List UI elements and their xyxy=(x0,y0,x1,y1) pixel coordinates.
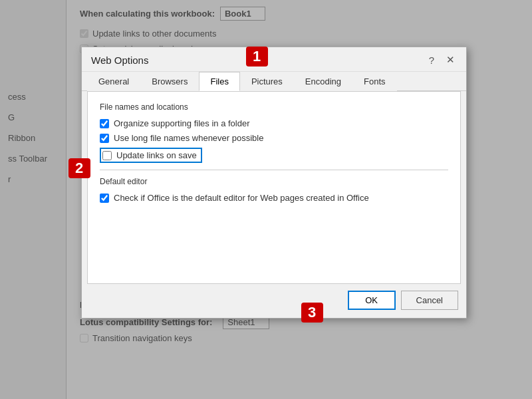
checkbox-organize: Organize supporting files in a folder xyxy=(100,118,448,128)
checkbox-update-links: Update links on save xyxy=(100,148,448,163)
dialog-title: Web Options xyxy=(91,55,148,66)
tab-files[interactable]: Files xyxy=(199,72,239,91)
web-options-dialog: Web Options ? ✕ General Browsers Files P… xyxy=(81,47,467,319)
close-button[interactable]: ✕ xyxy=(443,53,458,67)
dialog-titlebar: Web Options ? ✕ xyxy=(82,47,466,72)
checkbox-long-names: Use long file names whenever possible xyxy=(100,133,448,143)
tab-encoding[interactable]: Encoding xyxy=(294,72,352,91)
checkbox-default-editor: Check if Office is the default editor fo… xyxy=(100,193,448,203)
update-links-checkbox[interactable] xyxy=(102,151,112,160)
dialog-body: File names and locations Organize suppor… xyxy=(87,91,461,284)
update-links-highlighted: Update links on save xyxy=(100,148,202,163)
default-editor-checkbox[interactable] xyxy=(100,194,109,203)
section1-label: File names and locations xyxy=(100,102,448,112)
ok-button[interactable]: OK xyxy=(348,291,396,310)
long-names-checkbox[interactable] xyxy=(100,134,109,143)
help-button[interactable]: ? xyxy=(426,53,438,67)
organize-checkbox[interactable] xyxy=(100,119,109,128)
dialog-footer: OK Cancel xyxy=(82,284,466,318)
tab-browsers[interactable]: Browsers xyxy=(140,72,199,91)
spacer xyxy=(100,207,448,274)
cancel-button[interactable]: Cancel xyxy=(401,291,458,310)
dialog-controls: ? ✕ xyxy=(426,53,458,67)
tab-general[interactable]: General xyxy=(87,72,140,91)
section2-label: Default editor xyxy=(100,177,448,186)
tab-fonts[interactable]: Fonts xyxy=(352,72,397,91)
divider xyxy=(100,170,448,170)
tab-pictures[interactable]: Pictures xyxy=(240,72,294,91)
dialog-tabs: General Browsers Files Pictures Encoding… xyxy=(82,72,466,91)
